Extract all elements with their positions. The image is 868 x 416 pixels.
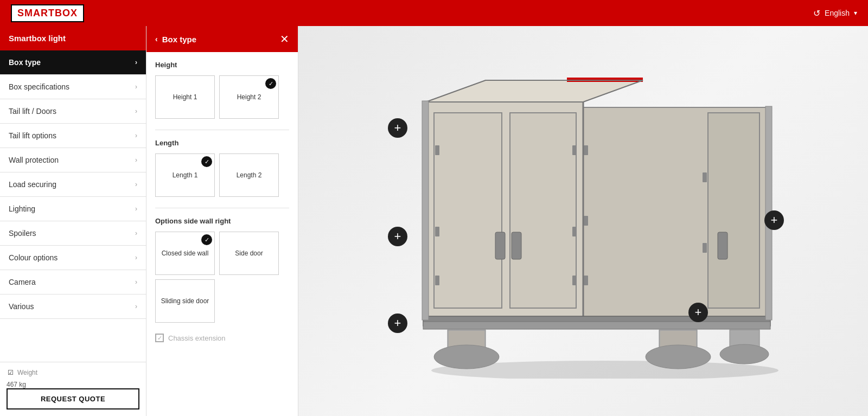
- sidebar-item-wall-protection[interactable]: Wall protection›: [0, 148, 146, 172]
- sidebar-item-arrow: ›: [135, 59, 137, 66]
- back-icon[interactable]: ‹: [155, 35, 158, 43]
- sidebar-item-label: Camera: [9, 278, 36, 286]
- options-grid-side-wall: Closed side wall✓Side doorSliding side d…: [155, 232, 289, 323]
- sidebar-item-label: Wall protection: [9, 156, 59, 164]
- sidebar-item-arrow: ›: [135, 229, 137, 237]
- chassis-extension-row[interactable]: ✓ Chassis extension: [155, 334, 289, 342]
- sidebar-item-box-specs[interactable]: Box specifications›: [0, 75, 146, 99]
- sidebar: Smartbox light Box type›Box specificatio…: [0, 26, 146, 416]
- option-card-closed-side-wall[interactable]: Closed side wall✓: [155, 232, 215, 275]
- sidebar-item-arrow: ›: [135, 156, 137, 164]
- plus-button-top-left[interactable]: +: [388, 118, 407, 138]
- rhinge1: [584, 145, 588, 155]
- sidebar-item-label: Tail lift / Doors: [9, 107, 56, 116]
- rhinge5: [703, 243, 707, 253]
- sidebar-title: Smartbox light: [0, 26, 146, 50]
- 3d-view-area: + + + + +: [298, 26, 868, 416]
- panel-section-length: LengthLength 1✓Length 2: [155, 139, 289, 208]
- sidebar-item-arrow: ›: [135, 205, 137, 213]
- plus-button-mid-left[interactable]: +: [388, 227, 407, 246]
- sidebar-item-arrow: ›: [135, 83, 137, 91]
- chassis-bar: [423, 322, 770, 329]
- section-title-height: Height: [155, 61, 289, 69]
- truck-back-door: [708, 113, 760, 308]
- language-dropdown-icon[interactable]: ▾: [854, 9, 857, 17]
- weight-value: 467 kg: [7, 381, 139, 388]
- check-badge-closed-side-wall: ✓: [201, 234, 212, 245]
- panel-title-text: Box type: [162, 35, 196, 44]
- sidebar-item-lighting[interactable]: Lighting›: [0, 197, 146, 221]
- option-card-length1[interactable]: Length 1✓: [155, 153, 215, 197]
- sidebar-item-camera[interactable]: Camera›: [0, 270, 146, 295]
- hinge4: [572, 145, 577, 155]
- sidebar-item-box-type[interactable]: Box type›: [0, 50, 146, 75]
- hinge2: [435, 227, 439, 236]
- truck-top-face: [426, 80, 643, 102]
- plus-button-right[interactable]: +: [764, 210, 784, 230]
- check-badge-height2: ✓: [265, 78, 276, 89]
- sidebar-item-label: Various: [9, 302, 34, 311]
- sidebar-item-spoilers[interactable]: Spoilers›: [0, 221, 146, 246]
- truck-svg: [372, 64, 795, 379]
- frame-left: [422, 101, 429, 320]
- sidebar-item-load-securing[interactable]: Load securing›: [0, 172, 146, 197]
- rhinge3: [584, 276, 588, 285]
- language-label: English: [825, 9, 850, 17]
- option-card-length2[interactable]: Length 2: [219, 153, 279, 197]
- panel-section-height: HeightHeight 1Height 2✓: [155, 61, 289, 130]
- options-grid-length: Length 1✓Length 2: [155, 153, 289, 197]
- truck-left-door: [434, 113, 502, 308]
- truck-right-handle: [512, 232, 521, 259]
- plus-button-bot-left[interactable]: +: [388, 313, 407, 333]
- main-layout: Smartbox light Box type›Box specificatio…: [0, 26, 868, 416]
- check-badge-length1: ✓: [201, 156, 212, 167]
- option-card-height1[interactable]: Height 1: [155, 75, 215, 119]
- section-divider-1: [155, 208, 289, 208]
- panel-header: ‹ Box type ✕: [146, 26, 298, 52]
- sidebar-item-arrow: ›: [135, 181, 137, 188]
- request-quote-button[interactable]: REQUEST QUOTE: [7, 388, 139, 409]
- panel-close-button[interactable]: ✕: [280, 34, 289, 44]
- foot-rear: [720, 344, 769, 364]
- app-logo: SMARTBOX: [11, 4, 84, 22]
- sidebar-item-label: Lighting: [9, 204, 35, 213]
- foot-right: [646, 345, 711, 369]
- section-title-side-wall: Options side wall right: [155, 217, 289, 225]
- sidebar-item-label: Tail lift options: [9, 131, 56, 140]
- sidebar-item-tail-lift-doors[interactable]: Tail lift / Doors›: [0, 99, 146, 124]
- header-right: ↺ English ▾: [813, 8, 857, 18]
- panel-title-group: ‹ Box type: [155, 35, 196, 44]
- sidebar-item-arrow: ›: [135, 132, 137, 139]
- option-card-height2[interactable]: Height 2✓: [219, 75, 279, 119]
- box-type-panel: ‹ Box type ✕ HeightHeight 1Height 2✓Leng…: [146, 26, 298, 416]
- sidebar-item-arrow: ›: [135, 107, 137, 115]
- truck-left-handle: [495, 232, 505, 259]
- back-handle: [718, 232, 727, 259]
- sidebar-item-label: Box specifications: [9, 82, 69, 91]
- option-card-sliding-side-door[interactable]: Sliding side door: [155, 279, 215, 323]
- sidebar-item-tail-lift-options[interactable]: Tail lift options›: [0, 124, 146, 148]
- weight-label: Weight: [17, 369, 37, 376]
- hinge3: [435, 276, 439, 285]
- sidebar-footer: ☑ Weight 467 kg REQUEST QUOTE: [0, 362, 146, 416]
- chassis-checkbox[interactable]: ✓: [155, 334, 164, 342]
- sidebar-item-various[interactable]: Various›: [0, 295, 146, 319]
- sidebar-item-label: Box type: [9, 58, 41, 67]
- rhinge4: [703, 172, 707, 182]
- truck-container: + + + + +: [372, 64, 795, 379]
- refresh-icon[interactable]: ↺: [813, 8, 820, 18]
- rhinge2: [584, 216, 588, 226]
- logo-text: SMARTBOX: [17, 8, 78, 18]
- option-card-side-door[interactable]: Side door: [219, 232, 279, 275]
- sidebar-items-list: Box type›Box specifications›Tail lift / …: [0, 50, 146, 362]
- section-title-length: Length: [155, 139, 289, 147]
- truck-right-door: [510, 113, 576, 308]
- weight-row: ☑ Weight: [7, 369, 139, 376]
- weight-checkbox: ☑: [7, 369, 14, 376]
- section-divider-0: [155, 130, 289, 130]
- sidebar-item-label: Colour options: [9, 253, 58, 262]
- plus-button-mid-right[interactable]: +: [688, 303, 708, 322]
- sidebar-item-colour-options[interactable]: Colour options›: [0, 246, 146, 270]
- sidebar-item-arrow: ›: [135, 303, 137, 310]
- hinge6: [572, 276, 577, 285]
